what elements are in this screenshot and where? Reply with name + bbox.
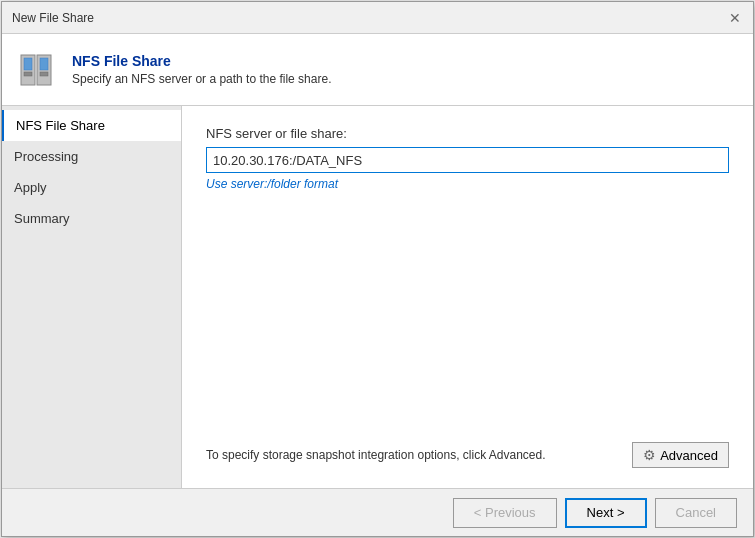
header-subtitle: Specify an NFS server or a path to the f… <box>72 72 331 86</box>
title-bar: New File Share ✕ <box>2 2 753 34</box>
sidebar: NFS File Share Processing Apply Summary <box>2 106 182 488</box>
sidebar-item-summary[interactable]: Summary <box>2 203 181 234</box>
advanced-description: To specify storage snapshot integration … <box>206 448 546 462</box>
svg-rect-1 <box>24 58 32 70</box>
header-section: NFS File Share Specify an NFS server or … <box>2 34 753 106</box>
previous-button[interactable]: < Previous <box>453 498 557 528</box>
advanced-button[interactable]: ⚙ Advanced <box>632 442 729 468</box>
advanced-button-label: Advanced <box>660 448 718 463</box>
nfs-icon <box>19 51 57 89</box>
sidebar-item-processing[interactable]: Processing <box>2 141 181 172</box>
content-area: NFS File Share Processing Apply Summary … <box>2 106 753 488</box>
nfs-server-input[interactable] <box>206 147 729 173</box>
next-button[interactable]: Next > <box>565 498 647 528</box>
svg-rect-5 <box>40 72 48 76</box>
hint-text: Use server:/folder format <box>206 177 729 191</box>
header-title: NFS File Share <box>72 53 331 69</box>
header-text: NFS File Share Specify an NFS server or … <box>72 53 331 86</box>
gear-icon: ⚙ <box>643 447 656 463</box>
main-content: NFS server or file share: Use server:/fo… <box>182 106 753 488</box>
svg-rect-2 <box>24 72 32 76</box>
dialog-title: New File Share <box>12 11 94 25</box>
cancel-button[interactable]: Cancel <box>655 498 737 528</box>
sidebar-item-apply[interactable]: Apply <box>2 172 181 203</box>
field-label: NFS server or file share: <box>206 126 729 141</box>
title-bar-left: New File Share <box>12 11 94 25</box>
sidebar-item-nfs-file-share[interactable]: NFS File Share <box>2 110 181 141</box>
svg-rect-4 <box>40 58 48 70</box>
header-icon <box>18 50 58 90</box>
footer: < Previous Next > Cancel <box>2 488 753 536</box>
new-file-share-dialog: New File Share ✕ NFS File Share Specify … <box>1 1 754 537</box>
advanced-section: To specify storage snapshot integration … <box>206 442 729 468</box>
close-button[interactable]: ✕ <box>727 10 743 26</box>
